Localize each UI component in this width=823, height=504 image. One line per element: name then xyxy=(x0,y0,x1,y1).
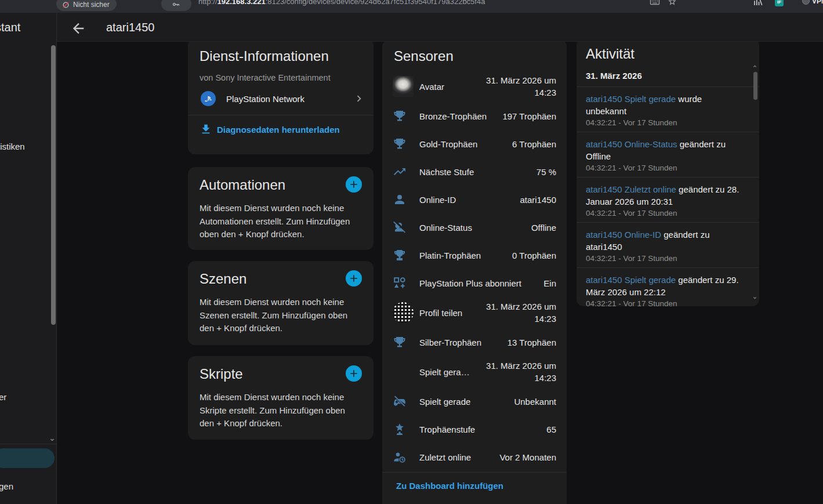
trophy-icon xyxy=(393,137,407,151)
extension-if-badge[interactable]: IF xyxy=(775,0,784,6)
account-icon xyxy=(393,193,407,206)
sidebar-item-developer[interactable]: er xyxy=(0,392,6,402)
stats-icon[interactable] xyxy=(753,0,763,7)
sidebar-selected-item[interactable] xyxy=(0,448,55,468)
activity-date-header: 31. März 2026 xyxy=(577,63,759,86)
url-host: 192.168.3.221 xyxy=(217,0,266,6)
add-scene-button[interactable] xyxy=(346,270,362,287)
sensor-row-trophy-level[interactable]: Trophäenstufe 65 xyxy=(382,415,567,443)
sidebar: stant tistiken er gen xyxy=(0,13,57,504)
scripts-card: Skripte Mit diesem Dienst wurden noch ke… xyxy=(188,356,374,440)
trending-up-icon xyxy=(393,165,407,179)
bookmark-star-icon[interactable] xyxy=(667,0,677,7)
sensor-value: 31. März 2026 um 14:23 xyxy=(484,74,556,99)
sensors-title: Sensoren xyxy=(382,42,567,67)
sensor-label: Online-ID xyxy=(416,195,520,205)
sensor-label: Silber-Trophäen xyxy=(416,338,507,347)
sensor-label: Spielt gerade xyxy=(416,397,514,407)
download-diagnostics-label: Diagnosedaten herunterladen xyxy=(217,125,340,135)
keyboard-icon[interactable] xyxy=(650,0,660,7)
logbook-time: 04:32:21 - Vor 17 Stunden xyxy=(586,164,744,172)
sensor-row-platinum[interactable]: Platin-Trophäen 0 Trophäen xyxy=(382,241,567,269)
sensor-label: PlayStation Plus abonniert xyxy=(416,278,543,288)
trophy-award-icon xyxy=(393,422,407,436)
page-header xyxy=(57,13,823,42)
add-automation-button[interactable] xyxy=(346,176,362,193)
profile-label: VPN xyxy=(812,0,823,5)
page-title: atari1450 xyxy=(106,13,154,42)
sensor-label: Profil teilen xyxy=(416,308,484,318)
logbook-entry: atari1450 Spielt gerade geändert zu 29. … xyxy=(577,267,759,306)
security-chip[interactable]: Nicht sicher xyxy=(56,0,117,11)
add-to-dashboard-link[interactable]: Zu Dashboard hinzufügen xyxy=(382,473,567,499)
logbook-time: 04:32:21 - Vor 17 Stunden xyxy=(586,299,744,306)
profile-avatar[interactable] xyxy=(802,0,810,5)
activity-title: Aktivität xyxy=(577,42,759,63)
sidebar-scrollbar[interactable] xyxy=(51,45,56,325)
scripts-title: Skripte xyxy=(200,365,243,383)
activity-scrollbar[interactable] xyxy=(753,72,757,100)
scroll-up-icon[interactable] xyxy=(752,64,757,69)
address-bar[interactable]: http://192.168.3.221:8123/config/devices… xyxy=(198,0,485,6)
download-diagnostics-link[interactable]: Diagnosedaten herunterladen xyxy=(188,115,374,143)
activity-card: Aktivität 31. März 2026 atari1450 Spielt… xyxy=(577,42,759,306)
sensor-label: Avatar xyxy=(416,82,484,92)
sensor-row-bronze[interactable]: Bronze-Trophäen 197 Trophäen xyxy=(382,102,567,130)
add-script-button[interactable] xyxy=(346,365,362,382)
scenes-title: Szenen xyxy=(200,270,246,288)
chevron-right-icon xyxy=(353,92,365,105)
sensor-value: 197 Trophäen xyxy=(502,110,556,122)
sidebar-item-statistics[interactable]: tistiken xyxy=(0,142,25,151)
sensor-row-now-playing-time[interactable]: Spielt gera… 31. März 2026 um 14:23 xyxy=(382,356,567,387)
sensor-value: 65 xyxy=(546,423,556,436)
logbook-entity-link[interactable]: atari1450 Online-Status xyxy=(586,139,677,149)
scroll-down-icon[interactable] xyxy=(752,295,757,300)
logbook-entity-link[interactable]: atari1450 Spielt gerade xyxy=(586,94,676,104)
sensor-label: Platin-Trophäen xyxy=(416,251,512,260)
automations-title: Automationen xyxy=(200,176,285,194)
integration-row[interactable]: PlayStation Network xyxy=(188,82,374,115)
playstation-logo-icon xyxy=(201,91,216,106)
sensor-row-now-playing[interactable]: Spielt gerade Unbekannt xyxy=(382,387,567,415)
sensor-label: Trophäenstufe xyxy=(416,425,546,434)
back-button[interactable] xyxy=(70,20,86,37)
not-secure-icon xyxy=(62,1,70,9)
account-off-icon xyxy=(393,220,407,234)
chevron-down-icon xyxy=(49,436,56,443)
service-info-title: Dienst-Informationen xyxy=(188,42,374,65)
logbook-time: 04:32:21 - Vor 17 Stunden xyxy=(586,118,744,127)
scenes-card: Szenen Mit diesem Dienst wurden noch kei… xyxy=(188,261,374,345)
sensor-row-online-id[interactable]: Online-ID atari1450 xyxy=(382,186,567,213)
plus-icon xyxy=(348,179,360,190)
sensor-row-ps-plus[interactable]: PlayStation Plus abonniert Ein xyxy=(382,269,567,297)
logbook-entity-link[interactable]: atari1450 Online-ID xyxy=(586,230,661,240)
trophy-variant-icon xyxy=(393,248,407,262)
sensor-row-last-online[interactable]: Zuletzt online Vor 2 Monaten xyxy=(382,443,567,471)
logbook-entity-link[interactable]: atari1450 Spielt gerade xyxy=(586,275,676,285)
device-page-content: Dienst-Informationen von Sony Interactiv… xyxy=(57,42,823,504)
sensor-value: Offline xyxy=(531,222,556,234)
security-chip-label: Nicht sicher xyxy=(73,1,110,9)
sensor-value: 0 Trophäen xyxy=(512,249,556,262)
account-clock-icon xyxy=(393,450,407,464)
sensor-row-share-profile[interactable]: Profil teilen 31. März 2026 um 14:23 xyxy=(382,297,567,328)
automations-empty-text: Mit diesem Dienst wurden noch keine Auto… xyxy=(200,202,362,241)
sidebar-item-settings[interactable]: gen xyxy=(0,481,13,491)
sensor-value: Vor 2 Monaten xyxy=(499,451,556,463)
sensor-row-avatar[interactable]: Avatar 31. März 2026 um 14:23 xyxy=(382,71,567,102)
sensor-value: 6 Trophäen xyxy=(512,138,556,150)
url-path: :8123/config/devices/device/924d62a7fc51… xyxy=(266,0,485,6)
automations-card: Automationen Mit diesem Dienst wurden no… xyxy=(188,167,374,250)
logbook-entry: atari1450 Spielt gerade wurde unbekannt … xyxy=(577,86,759,132)
plus-icon xyxy=(348,273,360,284)
sensor-value: 31. März 2026 um 14:23 xyxy=(484,300,556,325)
sensor-value: atari1450 xyxy=(520,194,556,206)
sensor-row-next-level[interactable]: Nächste Stufe 75 % xyxy=(382,158,567,186)
sensor-row-silver[interactable]: Silber-Trophäen 13 Trophäen xyxy=(382,328,567,356)
app-title-truncated: stant xyxy=(0,13,20,42)
logbook-entity-link[interactable]: atari1450 Zuletzt online xyxy=(586,184,676,194)
integration-name: PlayStation Network xyxy=(226,94,342,104)
sensor-row-online-status[interactable]: Online-Status Offline xyxy=(382,213,567,241)
key-chip[interactable] xyxy=(161,0,191,11)
sensor-row-gold[interactable]: Gold-Trophäen 6 Trophäen xyxy=(382,130,567,158)
